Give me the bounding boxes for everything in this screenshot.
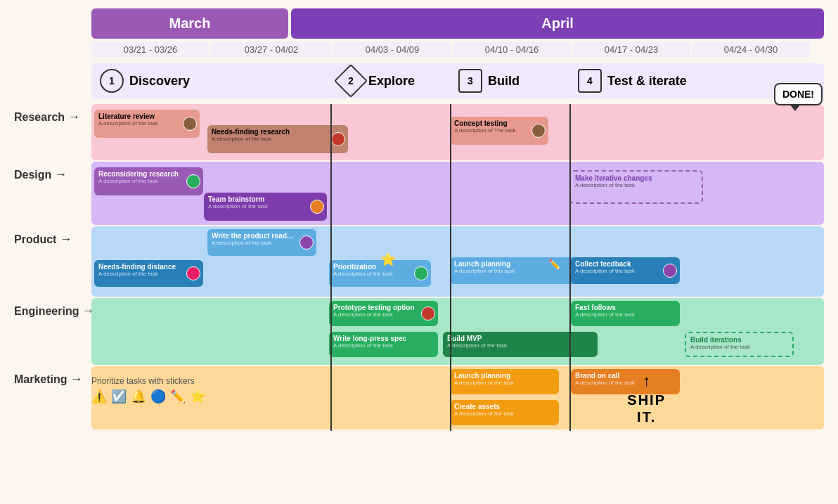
- phases-row: 1 Discovery 2 Explore 3 Build: [91, 63, 824, 98]
- month-april-label: April: [541, 15, 574, 32]
- marketing-arrow: →: [70, 372, 83, 387]
- pencil-sticker: ✏️: [548, 259, 560, 270]
- task-iterative-changes[interactable]: Make iterative changes A description of …: [569, 170, 703, 204]
- task-needsfinding-distance[interactable]: Needs-finding distance A description of …: [94, 260, 203, 287]
- research-label-text: Research: [14, 111, 65, 124]
- task-create-assets-desc: A description of the task: [454, 411, 555, 417]
- week-3: 04/03 - 04/09: [333, 41, 451, 58]
- lane-product-label: Product →: [14, 226, 91, 252]
- task-prioritization-desc: A description of the task: [333, 271, 427, 277]
- lane-design-label: Design →: [14, 162, 91, 188]
- divider-line-1: [330, 104, 332, 431]
- task-literature-title: Literature review: [98, 112, 195, 120]
- task-brainstorm-desc: A description of the task: [208, 203, 323, 209]
- task-mktg-launch-title: Launch planning: [454, 372, 555, 380]
- task-build-iterations[interactable]: Build iterations A description of the ta…: [685, 332, 794, 357]
- task-build-mvp[interactable]: Build MVP A description of the task: [443, 332, 598, 357]
- phase-explore: 2 Explore: [330, 69, 450, 93]
- phase-2-icon: 2: [334, 64, 368, 98]
- engineering-label-text: Engineering: [14, 305, 79, 318]
- design-label-text: Design: [14, 169, 51, 181]
- research-content: Literature review A description of the t…: [91, 104, 824, 160]
- task-prioritization-avatar: [414, 266, 428, 280]
- task-needsfinding-research[interactable]: Needs-finding research A description of …: [207, 125, 348, 153]
- research-arrow: →: [67, 110, 80, 124]
- task-concept-avatar: [531, 124, 546, 138]
- month-april: April: [291, 8, 824, 39]
- task-collect-feedback-avatar: [663, 264, 677, 278]
- task-needsfinding-distance-avatar: [186, 266, 200, 280]
- lane-marketing-label: Marketing →: [14, 366, 91, 392]
- sticker-star: ⭐: [190, 389, 205, 404]
- task-build-iterations-title: Build iterations: [690, 336, 788, 344]
- task-prototype-desc: A description of the task: [333, 311, 434, 318]
- task-concept-title: Concept testing: [454, 119, 544, 127]
- phase-1-label: Discovery: [129, 74, 190, 89]
- months-header: March April: [91, 8, 824, 39]
- sticker-circle: 🔵: [150, 389, 166, 404]
- task-longpress-desc: A description of the task: [333, 342, 434, 349]
- task-collect-feedback[interactable]: Collect feedback A description of the ta…: [571, 257, 680, 284]
- task-product-road[interactable]: Write the product road... A description …: [207, 229, 316, 256]
- task-reconsidering-title: Reconsidering research: [98, 170, 199, 178]
- task-brainstorm-avatar: [310, 200, 324, 214]
- product-label-text: Product: [14, 233, 56, 246]
- task-literature-review[interactable]: Literature review A description of the t…: [94, 110, 200, 138]
- task-needsfinding-distance-desc: A description of the task: [98, 271, 199, 277]
- task-needsfinding-title: Needs-finding research: [212, 128, 344, 136]
- marketing-label-text: Marketing: [14, 373, 67, 386]
- sticker-bell: 🔔: [131, 389, 146, 404]
- ship-it-section: ↑ SHIPIT.: [627, 372, 666, 425]
- lane-engineering: Engineering → Prototype testing option A…: [14, 298, 824, 365]
- task-create-assets-title: Create assets: [454, 403, 555, 411]
- engineering-content: Prototype testing option A description o…: [91, 298, 824, 365]
- task-create-assets[interactable]: Create assets A description of the task: [450, 400, 559, 425]
- task-mktg-launch[interactable]: Launch planning A description of the tas…: [450, 369, 559, 394]
- product-content: Write the product road... A description …: [91, 226, 824, 297]
- sticker-warning: ⚠️: [91, 389, 107, 404]
- star-sticker: ⭐: [380, 252, 396, 267]
- lane-research: Research → Literature review A descripti…: [14, 104, 824, 160]
- divider-line-3: [569, 104, 571, 431]
- month-march-label: March: [169, 15, 211, 32]
- task-launch-planning[interactable]: ✏️ Launch planning A description of this…: [450, 257, 580, 284]
- task-build-mvp-title: Build MVP: [447, 335, 593, 342]
- ship-it-arrow: ↑: [627, 372, 666, 390]
- task-prioritization[interactable]: ⭐ Prioritization A description of the ta…: [329, 260, 431, 287]
- design-content: Reconsidering research A description of …: [91, 162, 824, 225]
- phase-4-label: Test & iterate: [607, 74, 687, 89]
- phase-4-icon: 4: [578, 69, 602, 93]
- task-longpress-spec[interactable]: Write long-press spec A description of t…: [329, 332, 438, 357]
- task-concept-testing[interactable]: Concept testing A description of The tas…: [450, 117, 548, 145]
- lane-product: Product → Write the product road... A de…: [14, 226, 824, 297]
- month-march: March: [91, 8, 288, 39]
- task-longpress-title: Write long-press spec: [333, 335, 434, 342]
- task-brainstorm[interactable]: Team brainstorm A description of the tas…: [204, 193, 327, 221]
- weeks-header: 03/21 - 03/26 03/27 - 04/02 04/03 - 04/0…: [91, 41, 824, 58]
- phase-build: 3 Build: [450, 69, 569, 93]
- task-prototype-testing[interactable]: Prototype testing option A description o…: [329, 301, 438, 326]
- task-brainstorm-title: Team brainstorm: [208, 195, 323, 203]
- task-product-road-title: Write the product road...: [212, 232, 312, 240]
- task-fast-follows[interactable]: Fast follows A description of the task: [571, 301, 680, 326]
- task-build-iterations-desc: A description of the task: [690, 344, 788, 350]
- phase-3-icon: 3: [458, 69, 482, 93]
- task-prototype-avatar: [421, 306, 435, 321]
- lane-research-label: Research →: [14, 104, 91, 130]
- task-needsfinding-desc: A description of the task: [212, 136, 344, 142]
- task-reconsidering-avatar: [186, 174, 200, 188]
- week-5: 04/17 - 04/23: [572, 41, 690, 58]
- task-iterative-desc: A description of the task: [575, 182, 697, 188]
- week-4: 04/10 - 04/16: [453, 41, 571, 58]
- week-2: 03/27 - 04/02: [211, 41, 332, 58]
- divider-line-2: [450, 104, 451, 431]
- sticker-hint-text: Prioritize tasks with stickers: [91, 376, 195, 386]
- design-arrow: →: [54, 167, 67, 182]
- sticker-pencil: ✏️: [170, 389, 186, 404]
- product-arrow: →: [59, 232, 72, 247]
- sticker-icons-row: ⚠️ ☑️ 🔔 🔵 ✏️ ⭐: [91, 389, 205, 404]
- task-needsfinding-avatar: [331, 132, 345, 146]
- task-fast-follows-title: Fast follows: [575, 304, 676, 311]
- phase-3-label: Build: [488, 74, 520, 89]
- task-reconsidering[interactable]: Reconsidering research A description of …: [94, 167, 203, 195]
